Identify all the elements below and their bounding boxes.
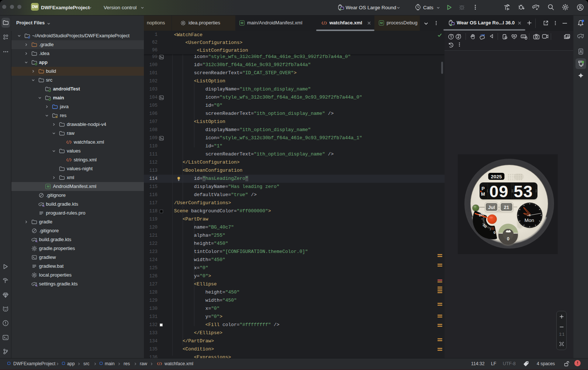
svg-text:P: P <box>481 186 485 191</box>
svg-text:53: 53 <box>513 182 533 201</box>
svg-text:K: K <box>43 205 45 207</box>
svg-text:K: K <box>36 240 38 243</box>
svg-text:0: 0 <box>507 236 509 241</box>
svg-text:Mon: Mon <box>525 217 534 223</box>
svg-text:21: 21 <box>504 205 509 210</box>
svg-text:K: K <box>36 284 38 287</box>
svg-text:2025: 2025 <box>491 174 502 179</box>
svg-text:Jul: Jul <box>488 205 495 210</box>
svg-text:M: M <box>481 191 485 197</box>
svg-text:09: 09 <box>489 182 508 201</box>
